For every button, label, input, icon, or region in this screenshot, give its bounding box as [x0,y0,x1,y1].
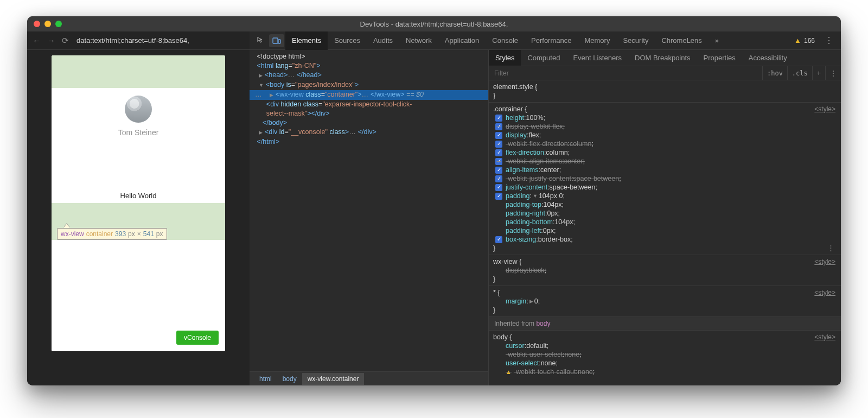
filter-bar: :hov .cls + ⋮ [489,66,841,80]
checkbox-icon[interactable]: ✓ [495,236,502,243]
hov-toggle[interactable]: :hov [762,66,787,80]
checkbox-icon[interactable]: ✓ [495,175,502,182]
username-label: Tom Steiner [118,128,159,137]
filter-input[interactable] [489,69,762,77]
new-rule-button[interactable]: + [812,66,825,80]
more-styles-icon[interactable]: ⋮ [825,66,841,80]
styles-pane: Styles Computed Event Listeners DOM Brea… [488,50,841,385]
checkbox-icon[interactable]: ✓ [495,132,502,139]
dom-pane: <!doctype html> <html lang="zh-CN"> <hea… [250,50,488,385]
tab-elements[interactable]: Elements [285,31,328,50]
dom-breadcrumbs: html body wx-view.container [250,371,488,385]
nav-bar: ← → ⟳ data:text/html;charset=utf-8;base6… [27,31,250,50]
style-source-link[interactable]: <style> [814,288,835,297]
subtab-dombreakpoints[interactable]: DOM Breakpoints [628,50,697,66]
dom-tree[interactable]: <!doctype html> <html lang="zh-CN"> <hea… [250,50,488,371]
checkbox-icon[interactable]: ✓ [495,115,502,122]
tooltip-arrow-icon [63,224,70,228]
tab-network[interactable]: Network [399,31,438,50]
window-title: DevTools - data:text/html;charset=utf-8;… [360,20,508,28]
preview-pane: ← → ⟳ data:text/html;charset=utf-8;base6… [27,31,250,385]
devtools-window: DevTools - data:text/html;charset=utf-8;… [27,16,841,385]
inspect-icon[interactable] [253,34,268,47]
vconsole-button[interactable]: vConsole [176,331,219,345]
checkbox-icon[interactable]: ✓ [495,158,502,165]
style-source-link[interactable]: <style> [814,333,835,341]
warning-count: 166 [804,37,815,45]
titlebar: DevTools - data:text/html;charset=utf-8;… [27,16,841,31]
tooltip-px2: px [156,230,163,238]
tooltip-tag: wx-view [61,230,84,238]
tab-sources[interactable]: Sources [328,31,367,50]
avatar [125,96,152,123]
subtab-computed[interactable]: Computed [521,50,566,66]
window-controls [34,21,62,27]
subtab-styles[interactable]: Styles [489,50,521,66]
tooltip-class: container [86,230,113,238]
rule-element-style[interactable]: element.style { } [489,80,841,103]
rule-container[interactable]: <style> .container { ✓height: 100%; ✓dis… [489,103,841,255]
tooltip-times: × [137,230,141,238]
devtools-main: Elements Sources Audits Network Applicat… [250,31,841,385]
preview-user-area: Tom Steiner Hello World [52,88,225,203]
reload-icon[interactable]: ⟳ [62,36,69,46]
preview-band-mid: wx-viewcontainer 393px × 541px [52,203,225,240]
tab-security[interactable]: Security [616,31,655,50]
checkbox-icon[interactable]: ✓ [495,184,502,191]
hello-text: Hello World [120,188,157,203]
svg-rect-1 [278,40,280,43]
tab-audits[interactable]: Audits [367,31,399,50]
checkbox-icon[interactable]: ✓ [495,193,502,200]
tab-application[interactable]: Application [438,31,486,50]
subtab-eventlisteners[interactable]: Event Listeners [566,50,628,66]
inspect-tooltip: wx-viewcontainer 393px × 541px [57,228,167,240]
rule-more-icon[interactable]: ⋮ [827,244,835,252]
maximize-icon[interactable] [55,21,62,27]
cls-toggle[interactable]: .cls [787,66,812,80]
dom-selected-node[interactable]: … <wx-view class="container">…</wx-view>… [250,90,488,100]
subtab-properties[interactable]: Properties [697,50,742,66]
work-area: <!doctype html> <html lang="zh-CN"> <hea… [250,50,841,385]
crumb-body[interactable]: body [277,373,302,385]
warnings-badge[interactable]: ▲ 166 [794,36,815,45]
tabs-overflow[interactable]: » [709,31,725,50]
rule-wx-view[interactable]: <style> wx-view { display: block; } [489,255,841,286]
device-preview: Tom Steiner Hello World wx-viewcontainer… [27,50,250,385]
style-source-link[interactable]: <style> [814,257,835,266]
styles-subtabs: Styles Computed Event Listeners DOM Brea… [489,50,841,66]
tooltip-h: 541 [143,230,154,238]
minimize-icon[interactable] [44,21,51,27]
rule-star[interactable]: <style> * { margin: ▶0; } [489,286,841,317]
forward-icon[interactable]: → [47,36,55,45]
style-source-link[interactable]: <style> [814,105,835,113]
checkbox-icon[interactable]: ✓ [495,123,502,130]
kebab-icon[interactable]: ⋮ [820,35,838,46]
warning-icon: ▲ [506,368,512,376]
checkbox-icon[interactable]: ✓ [495,167,502,174]
svg-rect-0 [273,38,278,43]
inherited-body-link[interactable]: body [536,320,550,327]
back-icon[interactable]: ← [33,36,41,45]
device-frame[interactable]: Tom Steiner Hello World wx-viewcontainer… [52,55,225,351]
crumb-html[interactable]: html [254,373,277,385]
close-icon[interactable] [34,21,40,27]
subtab-accessibility[interactable]: Accessibility [742,50,794,66]
url-text: data:text/html;charset=utf-8;base64, [76,36,189,45]
main-toolbar: Elements Sources Audits Network Applicat… [250,31,841,50]
content: ← → ⟳ data:text/html;charset=utf-8;base6… [27,31,841,385]
tab-memory[interactable]: Memory [578,31,616,50]
preview-rest: vConsole [52,240,225,351]
css-rules[interactable]: element.style { } <style> .container { ✓… [489,80,841,385]
rule-body[interactable]: <style> body { cursor: default; -webkit-… [489,331,841,378]
tab-console[interactable]: Console [486,31,525,50]
warning-icon: ▲ [794,36,801,45]
tab-performance[interactable]: Performance [525,31,578,50]
inherited-from-row: Inherited from body [489,317,841,331]
tab-chromelens[interactable]: ChromeLens [655,31,708,50]
checkbox-icon[interactable]: ✓ [495,141,502,148]
tooltip-px1: px [128,230,135,238]
main-tabs: Elements Sources Audits Network Applicat… [285,31,725,50]
crumb-wxview[interactable]: wx-view.container [302,373,365,385]
checkbox-icon[interactable]: ✓ [495,149,502,156]
device-toggle-icon[interactable] [269,34,284,47]
